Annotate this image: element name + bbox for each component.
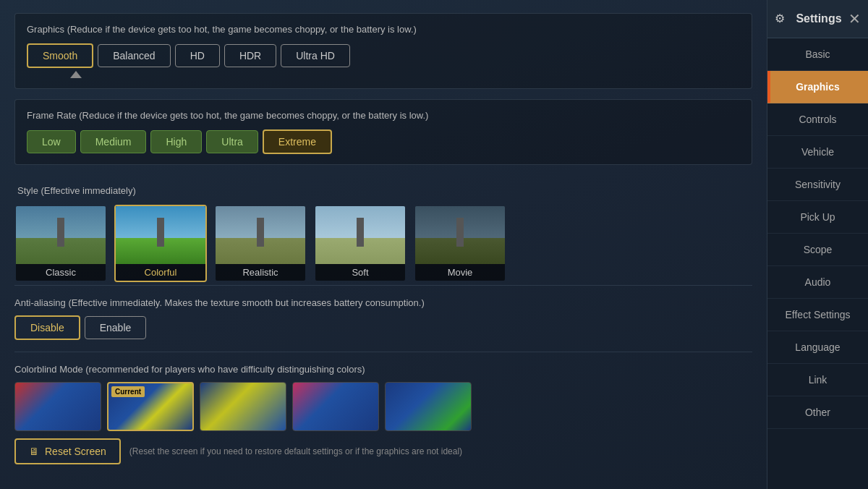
sidebar-item-other[interactable]: Other	[767, 396, 868, 429]
sidebar-item-sensitivity[interactable]: Sensitivity	[767, 169, 868, 201]
framerate-btn-extreme[interactable]: Extreme	[263, 129, 332, 154]
aa-buttons: DisableEnable	[14, 315, 752, 340]
sidebar-items-container: BasicGraphicsControlsVehicleSensitivityP…	[767, 38, 868, 429]
aa-btn-disable[interactable]: Disable	[14, 315, 80, 340]
current-badge: Current	[111, 386, 145, 397]
divider-1	[14, 285, 752, 286]
aa-btn-enable[interactable]: Enable	[85, 316, 147, 339]
reset-screen-label: Reset Screen	[45, 446, 106, 457]
style-section: Style (Effective immediately) ClassicCol…	[14, 175, 752, 282]
reset-screen-description: (Reset the screen if you need to restore…	[129, 446, 462, 456]
sidebar-item-effect-settings[interactable]: Effect Settings	[767, 299, 868, 331]
scene-tower	[357, 218, 364, 247]
style-card-colorful[interactable]: Colorful	[114, 205, 207, 282]
colorblind-card-2[interactable]: Current	[107, 382, 194, 431]
colorblind-card-1[interactable]	[14, 382, 101, 431]
colorblind-card-4[interactable]	[292, 382, 379, 431]
style-card-classic[interactable]: Classic	[14, 205, 107, 282]
style-card-movie[interactable]: Movie	[414, 205, 506, 282]
style-card-label: Classic	[16, 264, 106, 281]
sidebar: ⚙ Settings ✕ BasicGraphicsControlsVehicl…	[767, 0, 868, 489]
style-card-image-realistic	[215, 206, 306, 264]
style-card-label: Realistic	[216, 264, 305, 281]
framerate-btn-medium[interactable]: Medium	[80, 130, 147, 153]
reset-screen-row: 🖥 Reset Screen (Reset the screen if you …	[14, 431, 752, 472]
style-card-label: Colorful	[116, 264, 205, 281]
framerate-btn-ultra[interactable]: Ultra	[206, 130, 258, 153]
sidebar-item-controls[interactable]: Controls	[767, 103, 868, 136]
graphics-quality-section: Graphics (Reduce if the device gets too …	[14, 13, 752, 89]
style-card-image-movie	[414, 206, 506, 264]
frame-rate-section: Frame Rate (Reduce if the device gets to…	[14, 99, 752, 165]
frame-rate-buttons: LowMediumHighUltraExtreme	[27, 129, 740, 154]
scene-tower	[157, 218, 164, 247]
sidebar-item-scope[interactable]: Scope	[767, 234, 868, 266]
style-card-label: Soft	[315, 264, 405, 281]
graphics-quality-buttons: SmoothBalancedHDHDRUltra HD	[27, 43, 740, 68]
quality-btn-ultra-hd[interactable]: Ultra HD	[281, 44, 350, 67]
frame-rate-label: Frame Rate (Reduce if the device gets to…	[27, 110, 740, 121]
style-label: Style (Effective immediately)	[14, 185, 752, 196]
style-card-image-colorful	[115, 206, 206, 264]
style-cards: ClassicColorfulRealisticSoftMovie	[14, 205, 752, 282]
arrow-indicator	[70, 71, 82, 78]
reset-screen-button[interactable]: 🖥 Reset Screen	[14, 438, 121, 464]
sidebar-item-language[interactable]: Language	[767, 331, 868, 364]
style-card-realistic[interactable]: Realistic	[214, 205, 307, 282]
sidebar-item-basic[interactable]: Basic	[767, 38, 868, 71]
colorblind-card-3[interactable]	[200, 382, 286, 431]
scene-tower	[456, 218, 464, 247]
quality-arrow	[27, 71, 740, 78]
gear-icon: ⚙	[775, 12, 789, 26]
quality-btn-hdr[interactable]: HDR	[224, 44, 276, 67]
sidebar-title: Settings	[796, 12, 841, 25]
colorblind-label: Colorblind Mode (recommended for players…	[14, 364, 752, 375]
colorblind-cards: Current	[14, 382, 752, 431]
reset-screen-icon: 🖥	[29, 446, 39, 457]
style-card-label: Movie	[415, 264, 505, 281]
sidebar-item-graphics[interactable]: Graphics	[767, 71, 868, 103]
colorblind-card-5[interactable]	[385, 382, 472, 431]
close-icon[interactable]: ✕	[848, 10, 861, 27]
style-card-image-classic	[15, 206, 106, 264]
sidebar-item-audio[interactable]: Audio	[767, 266, 868, 299]
quality-btn-smooth[interactable]: Smooth	[27, 43, 93, 68]
aa-label: Anti-aliasing (Effective immediately. Ma…	[14, 297, 752, 308]
quality-btn-balanced[interactable]: Balanced	[98, 44, 170, 67]
divider-2	[14, 352, 752, 352]
anti-aliasing-section: Anti-aliasing (Effective immediately. Ma…	[14, 289, 752, 349]
style-card-image-soft	[315, 206, 406, 264]
style-card-soft[interactable]: Soft	[314, 205, 407, 282]
main-content: Graphics (Reduce if the device gets too …	[0, 0, 767, 489]
quality-btn-hd[interactable]: HD	[175, 44, 220, 67]
framerate-btn-high[interactable]: High	[150, 130, 202, 153]
sidebar-item-pick-up[interactable]: Pick Up	[767, 201, 868, 234]
scene-tower	[57, 218, 64, 247]
colorblind-section: Colorblind Mode (recommended for players…	[14, 355, 752, 431]
sidebar-header: ⚙ Settings ✕	[767, 0, 868, 38]
graphics-quality-label: Graphics (Reduce if the device gets too …	[27, 24, 740, 35]
sidebar-item-vehicle[interactable]: Vehicle	[767, 136, 868, 169]
framerate-btn-low[interactable]: Low	[27, 130, 76, 153]
scene-tower	[257, 218, 264, 247]
sidebar-item-link[interactable]: Link	[767, 364, 868, 396]
